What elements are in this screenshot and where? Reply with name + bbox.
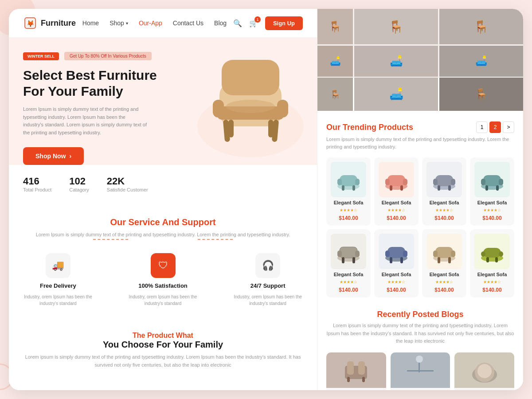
svg-rect-52 (451, 250, 455, 257)
svg-rect-16 (355, 179, 360, 185)
blog-card-2[interactable]: Category Name | Sofa Lorem ipsum dolor s… (391, 352, 450, 390)
product-price-5: $140.00 (339, 287, 358, 293)
product-card-5[interactable]: Elegant Sofa ★★★★☆ $140.00 (326, 229, 371, 297)
svg-rect-44 (387, 247, 405, 258)
svg-rect-57 (481, 251, 485, 257)
product-img-6 (379, 234, 414, 269)
page-btn-next[interactable]: > (503, 121, 514, 133)
svg-rect-42 (352, 257, 355, 263)
stat-number-product: 416 (23, 176, 51, 187)
nav-shop[interactable]: Shop ▾ (110, 20, 128, 27)
header-actions: 🔍 🛒 1 Sign Up (233, 16, 303, 30)
stat-label-customers: Satisfide Customer (107, 187, 148, 192)
svg-rect-54 (448, 257, 451, 263)
svg-rect-33 (481, 179, 485, 185)
svg-rect-11 (213, 100, 224, 117)
product-card-2[interactable]: Elegant Sofa ★★★★☆ $140.00 (374, 157, 419, 226)
svg-rect-51 (433, 250, 438, 257)
product-stars-2: ★★★★☆ (387, 208, 405, 212)
product-price-8: $140.00 (482, 287, 501, 293)
product-img-7 (426, 234, 462, 269)
product-name-6: Elegant Sofa (382, 272, 411, 277)
gallery-img-7: 🪑 (317, 78, 353, 111)
trending-section: Our Trending Products 1 2 > Lorem ipsum … (317, 113, 523, 297)
cart-wrapper[interactable]: 🛒 1 (249, 19, 258, 27)
svg-rect-14 (340, 175, 357, 186)
product-img-8 (474, 234, 510, 269)
svg-rect-45 (385, 250, 390, 257)
satisfaction-name: 100% Satisfaction (138, 282, 188, 289)
gallery-img-6: 🛋️ (439, 46, 523, 77)
svg-rect-53 (438, 257, 440, 263)
blog-card-3[interactable]: Category Name | Sofa Lorem ipsum dolor s… (454, 352, 514, 390)
nav-blog[interactable]: Blog (214, 20, 227, 27)
blog-card-1[interactable]: Category Name | Sofa Lorem ipsum dolor s… (326, 352, 386, 390)
blog-content-1: Category Name | Sofa Lorem ipsum dolor s… (326, 388, 386, 390)
product-bottom-section: The Product What You Choose For Your Fam… (9, 321, 317, 385)
signup-button[interactable]: Sign Up (265, 16, 303, 30)
dashed-line-2 (198, 239, 233, 240)
product-card-3[interactable]: Elegant Sofa ★★★★☆ $140.00 (422, 157, 466, 226)
nav-home[interactable]: Home (82, 20, 99, 27)
page-btn-1[interactable]: 1 (476, 121, 488, 133)
headphone-icon: 🎧 (262, 260, 274, 271)
trending-description: Lorem ipsum is simply dummy text of the … (326, 136, 514, 150)
svg-rect-59 (486, 257, 489, 262)
trending-title: Our Trending Products (326, 123, 413, 132)
svg-rect-24 (400, 185, 403, 191)
svg-rect-29 (438, 185, 440, 191)
product-card-1[interactable]: Elegant Sofa ★★★★☆ $140.00 (326, 157, 371, 226)
nav-our-app[interactable]: Our-App (139, 20, 162, 27)
product-price-2: $140.00 (387, 215, 406, 221)
hero-description: Lorem Ipsum is simply dummy text of the … (23, 106, 147, 137)
support-icon-wrap: 🎧 (255, 253, 280, 278)
svg-rect-56 (483, 248, 501, 258)
product-card-7[interactable]: Elegant Sofa ★★★★☆ $140.00 (422, 229, 466, 297)
arrow-icon: › (69, 153, 71, 160)
blog-grid: Category Name | Sofa Lorem ipsum dolor s… (326, 352, 514, 390)
svg-rect-50 (435, 247, 453, 258)
logo: 🦊 Furniture (23, 16, 76, 30)
blog-img-2 (391, 352, 450, 388)
svg-rect-12 (277, 100, 288, 117)
product-title-accent: The Product What (23, 332, 303, 340)
product-price-6: $140.00 (387, 287, 406, 293)
product-subtitle: You Choose For Your Family (23, 340, 303, 350)
service-title: Our Service And Support (23, 217, 303, 227)
blog-img-1 (326, 352, 386, 388)
stat-category: 102 Catagory (69, 176, 89, 192)
service-description: Lorem Ipsum is simply dummy text of the … (23, 231, 303, 239)
service-delivery: 🚚 Free Delivery Industry, orem Ipsum has… (23, 253, 93, 307)
product-card-6[interactable]: Elegant Sofa ★★★★☆ $140.00 (374, 229, 419, 297)
shield-icon: 🛡 (158, 260, 168, 271)
svg-rect-27 (433, 179, 438, 185)
nav-contact[interactable]: Contact Us (173, 20, 203, 27)
hero-section: WINTER SELL Get Up To 80% Off In Various… (9, 38, 317, 165)
product-stars-8: ★★★★☆ (483, 280, 501, 284)
svg-rect-26 (435, 175, 453, 186)
main-nav: Home Shop ▾ Our-App Contact Us Blog (82, 20, 227, 27)
right-panel: 🪑 🛋️ 🪑 🛋️ 🪑 🛋️ 🪑 🛋️ 🪑 Our (317, 9, 523, 390)
product-stars-1: ★★★★☆ (340, 208, 357, 212)
svg-rect-41 (342, 257, 344, 263)
logo-text: Furniture (41, 19, 76, 28)
service-satisfaction: 🛡 100% Satisfaction Industry, orem Ipsum… (128, 253, 198, 307)
svg-rect-63 (347, 361, 354, 375)
stat-total-product: 416 Total Product (23, 176, 51, 192)
product-name-3: Elegant Sofa (430, 200, 459, 205)
svg-rect-39 (337, 250, 342, 257)
product-card-4[interactable]: Elegant Sofa ★★★★☆ $140.00 (470, 157, 514, 226)
stat-label-product: Total Product (23, 187, 51, 192)
offer-text: Get Up To 80% Off In Various Products (64, 52, 152, 60)
stats-section: 416 Total Product 102 Catagory 22K Satis… (9, 165, 317, 203)
product-card-8[interactable]: Elegant Sofa ★★★★☆ $140.00 (470, 229, 514, 297)
header: 🦊 Furniture Home Shop ▾ Our-App Contact … (9, 9, 317, 38)
gallery-img-2: 🛋️ (317, 46, 353, 77)
svg-rect-60 (495, 257, 498, 262)
delivery-icon: 🚚 (52, 260, 64, 271)
search-icon[interactable]: 🔍 (233, 19, 242, 27)
shop-now-button[interactable]: Shop Now › (23, 147, 84, 165)
svg-rect-23 (390, 185, 392, 191)
page-btn-2[interactable]: 2 (489, 121, 501, 133)
gallery-row-2: 🪑 🛋️ 🪑 (317, 78, 523, 111)
